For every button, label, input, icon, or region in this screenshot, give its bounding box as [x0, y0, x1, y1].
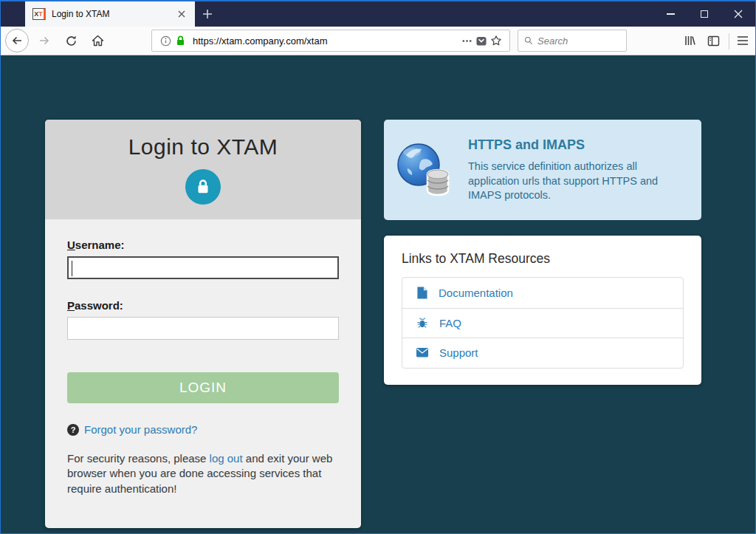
lock-badge — [185, 169, 221, 205]
page-info-icon[interactable] — [158, 33, 173, 48]
back-arrow-icon — [11, 35, 23, 47]
maximize-icon — [701, 10, 708, 18]
service-title: HTTPS and IMAPS — [468, 137, 678, 153]
login-header: Login to XTAM — [45, 120, 361, 219]
browser-tab[interactable]: XT Login to XTAM — [25, 1, 195, 27]
tab-close-icon[interactable] — [174, 7, 189, 21]
home-button[interactable] — [86, 30, 109, 52]
search-bar — [518, 30, 627, 52]
forward-arrow-icon — [38, 35, 50, 47]
security-note: For security reasons, please log out and… — [67, 451, 339, 496]
resource-link-documentation[interactable]: Documentation — [402, 278, 683, 308]
close-button[interactable] — [721, 1, 755, 27]
search-icon — [524, 35, 533, 46]
lock-icon — [193, 177, 213, 196]
reload-icon — [65, 35, 78, 47]
navigation-toolbar: https://xtam.company.com/xtam — [1, 27, 755, 55]
bug-icon — [416, 317, 428, 329]
login-button[interactable]: LOGIN — [67, 372, 339, 403]
service-info-panel: HTTPS and IMAPS This service definition … — [384, 120, 701, 220]
window-controls — [653, 1, 755, 27]
back-button[interactable] — [5, 29, 29, 52]
resources-title: Links to XTAM Resources — [402, 251, 684, 267]
forgot-password-link[interactable]: ? Forgot your password? — [67, 423, 339, 436]
forgot-password-label: Forgot your password? — [84, 423, 197, 436]
resources-list: Documentation FAQ Support — [402, 277, 684, 369]
home-icon — [92, 35, 104, 47]
maximize-button[interactable] — [687, 1, 721, 27]
login-panel: Login to XTAM Username: Password: LOGIN … — [45, 120, 361, 528]
page-content: Login to XTAM Username: Password: LOGIN … — [1, 55, 755, 533]
url-bar[interactable]: https://xtam.company.com/xtam — [151, 30, 510, 52]
resource-link-support[interactable]: Support — [402, 338, 683, 368]
close-icon — [734, 10, 743, 18]
login-form: Username: Password: LOGIN ? Forgot your … — [45, 219, 361, 496]
browser-window: XT Login to XTAM — [0, 0, 756, 534]
password-label: Password: — [67, 299, 339, 312]
page-actions-icon[interactable] — [459, 33, 474, 48]
tab-title: Login to XTAM — [52, 9, 174, 19]
pocket-icon[interactable] — [474, 33, 489, 48]
xtam-favicon: XT — [32, 8, 46, 20]
password-input[interactable] — [67, 317, 339, 340]
search-input[interactable] — [537, 35, 620, 47]
service-text: HTTPS and IMAPS This service definition … — [468, 137, 678, 208]
username-label: Username: — [67, 239, 339, 251]
sidebar-toggle-button[interactable] — [702, 30, 724, 52]
menu-button[interactable] — [732, 30, 754, 52]
resource-link-label: Support — [439, 346, 478, 359]
new-tab-button[interactable] — [195, 1, 220, 27]
forward-button[interactable] — [33, 30, 55, 52]
text-caret — [72, 261, 72, 276]
reload-button[interactable] — [60, 30, 82, 52]
resource-link-label: Documentation — [439, 287, 513, 299]
logout-link[interactable]: log out — [210, 452, 243, 465]
page-title: Login to XTAM — [45, 120, 361, 160]
username-input[interactable] — [67, 256, 339, 279]
library-icon — [684, 35, 696, 47]
minimize-button[interactable] — [653, 1, 687, 27]
ssl-lock-icon[interactable] — [173, 33, 188, 48]
minimize-icon — [667, 13, 675, 15]
tab-bar: XT Login to XTAM — [1, 1, 755, 27]
globe-database-icon — [396, 142, 452, 198]
resources-panel: Links to XTAM Resources Documentation FA… — [384, 236, 701, 385]
service-description: This service definition authorizes all a… — [468, 160, 678, 203]
hamburger-menu-icon — [737, 35, 749, 46]
question-circle-icon: ? — [67, 424, 79, 436]
envelope-icon — [416, 348, 428, 357]
bookmark-star-icon[interactable] — [489, 33, 504, 48]
resource-link-faq[interactable]: FAQ — [402, 308, 683, 338]
toolbar-separator — [729, 33, 729, 49]
resource-link-label: FAQ — [439, 317, 461, 329]
document-icon — [416, 287, 427, 299]
sidebar-icon — [707, 35, 720, 47]
library-button[interactable] — [678, 30, 701, 52]
url-text: https://xtam.company.com/xtam — [193, 35, 459, 47]
